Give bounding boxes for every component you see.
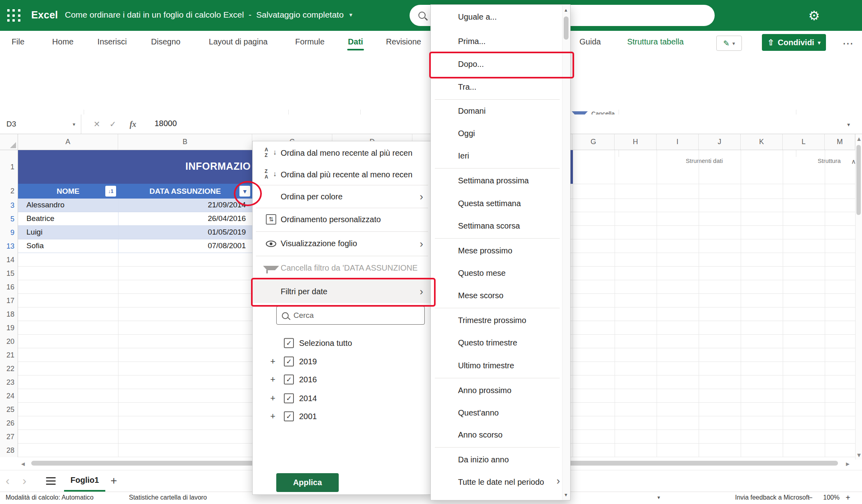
tab-formule[interactable]: Formule [295,31,324,52]
name-box[interactable]: D3 ▾ [0,114,81,134]
hscroll-left-arrow[interactable]: ◄ [20,460,26,467]
col-header-i[interactable]: I [657,134,699,150]
col-header-j[interactable]: J [699,134,741,150]
submenu-questo-trimestre[interactable]: Questo trimestre [431,331,561,354]
row-header[interactable]: 25 [0,405,14,414]
row-header-filtered[interactable]: 9 [0,228,14,237]
filter-year-2001[interactable]: + ✓ 2001 [253,407,431,426]
send-feedback-link[interactable]: Invia feedback a Microsoft [735,492,810,504]
menu-sort-oldest[interactable]: AZ↓ Ordina dal meno recente al più recen [253,142,431,164]
cancel-entry-button[interactable]: ✕ [89,114,105,134]
select-all-corner[interactable] [0,134,18,150]
chevron-down-icon[interactable]: ▾ [349,11,352,18]
row-header[interactable]: 24 [0,391,14,401]
more-ribbon-options-button[interactable]: ⋯ [840,36,856,51]
table-row[interactable]: Alessandro 21/09/2014 [18,199,252,212]
all-sheets-menu-icon[interactable] [46,477,56,487]
scroll-thumb[interactable] [564,16,569,40]
col-header-l[interactable]: L [783,134,825,150]
chevron-down-icon[interactable]: ▾ [72,121,75,127]
row-header[interactable]: 20 [0,337,14,346]
submenu-oggi[interactable]: Oggi [431,122,561,145]
insert-function-button[interactable]: fx [125,114,141,134]
filter-select-all[interactable]: ✓ Seleziona tutto [253,334,431,352]
table-row[interactable]: Beatrice 26/04/2016 [18,212,252,226]
tab-inserisci[interactable]: Inserisci [97,31,127,52]
expand-icon[interactable]: + [270,393,275,404]
col-header-g[interactable]: G [573,134,615,150]
table-row[interactable]: Sofia 07/08/2001 [18,239,252,253]
expand-icon[interactable]: + [270,356,275,367]
submenu-questa-settimana[interactable]: Questa settimana [431,192,561,215]
row-header[interactable]: 17 [0,296,14,305]
col-header-b[interactable]: B [118,134,252,150]
checkbox-checked-icon[interactable]: ✓ [284,338,294,348]
submenu-anno-prossimo[interactable]: Anno prossimo [431,379,561,402]
submenu-prima[interactable]: Prima... [431,30,561,52]
checkbox-checked-icon[interactable]: ✓ [284,357,294,367]
col-header-k[interactable]: K [741,134,783,150]
app-launcher-icon[interactable] [6,8,22,23]
workbook-stats[interactable]: Statistiche cartella di lavoro [129,492,207,504]
menu-custom-sort[interactable]: ⇅ Ordinamento personalizzato [253,209,431,230]
submenu-settimana-scorsa[interactable]: Settimana scorsa [431,215,561,237]
vscroll-thumb[interactable] [856,145,861,215]
checkbox-checked-icon[interactable]: ✓ [284,412,294,422]
scroll-down-icon[interactable]: ▼ [564,492,568,497]
table-row[interactable]: Luigi 01/05/2019 [18,226,252,239]
row-header[interactable]: 14 [0,255,14,265]
table-header-data-assunzione[interactable]: DATA ASSUNZIONE ▾ [118,184,252,199]
submenu-mese-scorso[interactable]: Mese scorso [431,284,561,307]
submenu-uguale-a[interactable]: Uguale a... [431,6,561,28]
submenu-anno-scorso[interactable]: Anno scorso [431,424,561,446]
zoom-out-button[interactable]: − [808,492,813,504]
checkbox-checked-icon[interactable]: ✓ [284,394,294,404]
tab-revisione[interactable]: Revisione [386,31,421,52]
filter-sorted-button[interactable]: ↓ 1 [105,186,116,197]
submenu-dopo[interactable]: Dopo... [431,53,561,75]
row-header[interactable]: 26 [0,418,14,428]
submenu-mese-prossimo[interactable]: Mese prossimo [431,239,561,262]
row-header[interactable]: 23 [0,377,14,387]
menu-sort-by-color[interactable]: Ordina per colore › [253,186,431,207]
submenu-da-inizio-anno[interactable]: Da inizio anno [431,448,561,471]
expand-icon[interactable]: + [270,374,275,385]
row-header-filtered[interactable]: 13 [0,241,14,251]
expand-icon[interactable]: + [270,411,275,422]
hscroll-right-arrow[interactable]: ► [845,460,851,467]
submenu-domani[interactable]: Domani [431,100,561,122]
row-header[interactable]: 1 [0,162,14,172]
row-header-filtered[interactable]: 3 [0,201,14,210]
row-header[interactable]: 16 [0,282,14,292]
vscroll-down-arrow[interactable]: ▼ [856,452,862,458]
sheet-tab-foglio1[interactable]: Foglio1 [64,470,105,492]
settings-gear-icon[interactable]: ⚙ [808,8,820,23]
submenu-quest-anno[interactable]: Quest'anno [431,402,561,424]
vscroll-up-arrow[interactable]: ▲ [856,135,862,142]
zoom-in-button[interactable]: + [846,492,850,504]
submenu-settimana-prossima[interactable]: Settimana prossima [431,169,561,192]
submenu-scrollbar[interactable]: ▲ ▼ [562,5,570,500]
submenu-ultimo-trimestre[interactable]: Ultimo trimestre [431,354,561,377]
col-header-h[interactable]: H [615,134,657,150]
formula-input[interactable]: 18000 [155,119,177,128]
col-header-a[interactable]: A [18,134,118,150]
submenu-tutte-le-date[interactable]: Tutte le date nel periodo [431,471,561,493]
calc-mode-status[interactable]: Modalità di calcolo: Automatico [6,492,94,504]
row-header[interactable]: 22 [0,364,14,373]
submenu-trimestre-prossimo[interactable]: Trimestre prossimo [431,309,561,331]
col-header-m[interactable]: M [825,134,855,150]
status-chevron-icon[interactable]: ▾ [657,492,660,504]
menu-date-filters[interactable]: Filtri per date › [253,280,431,303]
menu-sheet-view[interactable]: Visualizzazione foglio › [253,233,431,255]
filter-dropdown-button[interactable]: ▾ [239,186,250,197]
tab-guida[interactable]: Guida [579,31,601,52]
editing-mode-button[interactable]: ✎ ▾ [716,36,742,51]
row-header[interactable]: 21 [0,350,14,360]
expand-formula-bar-icon[interactable]: ▾ [847,121,850,128]
table-header-nome[interactable]: NOME ↓ 1 [18,184,118,199]
zoom-level[interactable]: 100% [823,492,840,504]
tab-layout[interactable]: Layout di pagina [209,31,268,52]
row-header-filtered[interactable]: 5 [0,214,14,224]
checkbox-checked-icon[interactable]: ✓ [284,375,294,385]
